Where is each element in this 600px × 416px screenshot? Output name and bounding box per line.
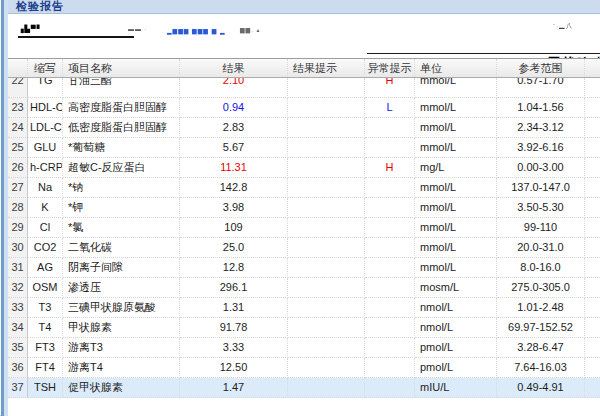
table-header-row: 缩写 项目名称 结果 结果提示 异常提示 单位 参考范围 xyxy=(8,58,600,78)
cell-result: 2.83 xyxy=(180,118,288,138)
cell-row-number: 24 xyxy=(8,118,28,138)
lab-report-window: 检验报告 ▗▙▀▘ ▬▬ · ▂▆▆▆ ▆▆▆ ▆ ▂ ▆▆. ▴ `·▂八 C… xyxy=(0,0,600,416)
table-row[interactable]: 36 FT4 游离T4 12.50 pmol/L 7.64-16.03 xyxy=(8,358,600,378)
cell-row-number: 30 xyxy=(8,238,28,258)
cell-abnormal-hint: L xyxy=(365,98,415,118)
cell-item-name: 超敏C-反应蛋白 xyxy=(63,158,180,178)
cell-result-hint xyxy=(288,318,365,338)
cell-row-number: 25 xyxy=(8,138,28,158)
table-body: 22 TG 甘油三酯 2.10 H mmol/L 0.57-1.70 23 HD… xyxy=(8,78,600,398)
cell-unit: nmol/L xyxy=(415,298,497,318)
cell-ref-range: 3.28-6.47 xyxy=(497,338,585,358)
cell-unit: mmol/L xyxy=(415,238,497,258)
header-unit: 单位 xyxy=(415,59,497,77)
table-row[interactable]: 28 K *钾 3.98 mmol/L 3.50-5.30 xyxy=(8,198,600,218)
cell-filler xyxy=(585,158,600,178)
cell-item-name: 促甲状腺素 xyxy=(63,378,180,398)
cell-ref-range: 69.97-152.52 xyxy=(497,318,585,338)
cell-row-number: 34 xyxy=(8,318,28,338)
cell-abbr: T4 xyxy=(28,318,63,338)
cell-result: 12.50 xyxy=(180,358,288,378)
cell-item-name: 高密度脂蛋白胆固醇 xyxy=(63,98,180,118)
cell-result-hint xyxy=(288,158,365,178)
tab-lab-report[interactable]: 检验报告 xyxy=(16,0,64,13)
cell-abbr: CO2 xyxy=(28,238,63,258)
cell-item-name: 甲状腺素 xyxy=(63,318,180,338)
cell-item-name: 二氧化碳 xyxy=(63,238,180,258)
cell-abbr: OSM xyxy=(28,278,63,298)
patient-name-redacted: ▗▙▀▘ xyxy=(18,25,43,33)
patient-field-redacted-2: ▂▆▆▆ ▆▆▆ ▆ ▂ xyxy=(167,27,226,34)
cell-result: 91.78 xyxy=(180,318,288,338)
cell-result: 109 xyxy=(180,218,288,238)
cell-ref-range: 8.0-16.0 xyxy=(497,258,585,278)
patient-field-redacted-3: ▆▆. ▴ xyxy=(240,26,261,33)
title-divider-line xyxy=(367,53,600,54)
cell-result: 142.8 xyxy=(180,178,288,198)
table-row[interactable]: 35 FT3 游离T3 3.33 pmol/L 3.28-6.47 xyxy=(8,338,600,358)
cell-filler xyxy=(585,198,600,218)
cell-unit: mmol/L xyxy=(415,78,497,98)
cell-filler xyxy=(585,218,600,238)
table-row[interactable]: 24 LDL-C 低密度脂蛋白胆固醇 2.83 mmol/L 2.34-3.12 xyxy=(8,118,600,138)
cell-result-hint xyxy=(288,178,365,198)
cell-filler xyxy=(585,278,600,298)
table-row[interactable]: 33 T3 三碘甲状腺原氨酸 1.31 nmol/L 1.01-2.48 xyxy=(8,298,600,318)
cell-result-hint xyxy=(288,118,365,138)
cell-item-name: 游离T4 xyxy=(63,358,180,378)
cell-row-number: 31 xyxy=(8,258,28,278)
cell-ref-range: 0.57-1.70 xyxy=(497,78,585,98)
cell-abbr: FT4 xyxy=(28,358,63,378)
table-row[interactable]: 25 GLU *葡萄糖 5.67 mmol/L 3.92-6.16 xyxy=(8,138,600,158)
cell-filler xyxy=(585,358,600,378)
cell-item-name: 阴离子间隙 xyxy=(63,258,180,278)
cell-unit: pmol/L xyxy=(415,358,497,378)
cell-unit: mmol/L xyxy=(415,258,497,278)
header-result-hint: 结果提示 xyxy=(288,59,365,77)
cell-unit: mmol/L xyxy=(415,138,497,158)
cell-result: 1.47 xyxy=(180,378,288,398)
cell-item-name: 渗透压 xyxy=(63,278,180,298)
cell-abbr: TG xyxy=(28,78,63,98)
cell-ref-range: 7.64-16.03 xyxy=(497,358,585,378)
cell-unit: mmol/L xyxy=(415,178,497,198)
cell-abnormal-hint xyxy=(365,358,415,378)
header-item-name: 项目名称 xyxy=(63,59,180,77)
table-row[interactable]: 30 CO2 二氧化碳 25.0 mmol/L 20.0-31.0 xyxy=(8,238,600,258)
cell-abnormal-hint xyxy=(365,378,415,398)
cell-abnormal-hint xyxy=(365,278,415,298)
table-row[interactable]: 37 TSH 促甲状腺素 1.47 mIU/L 0.49-4.91 xyxy=(8,378,600,398)
table-row[interactable]: 22 TG 甘油三酯 2.10 H mmol/L 0.57-1.70 xyxy=(8,78,600,98)
cell-item-name: *钠 xyxy=(63,178,180,198)
cell-result-hint xyxy=(288,258,365,278)
cell-filler xyxy=(585,258,600,278)
cell-item-name: *钾 xyxy=(63,198,180,218)
table-row[interactable]: 29 Cl *氯 109 mmol/L 99-110 xyxy=(8,218,600,238)
cell-result: 12.8 xyxy=(180,258,288,278)
table-row[interactable]: 26 h-CRP 超敏C-反应蛋白 11.31 H mg/L 0.00-3.00 xyxy=(8,158,600,178)
table-row[interactable]: 27 Na *钠 142.8 mmol/L 137.0-147.0 xyxy=(8,178,600,198)
cell-result: 11.31 xyxy=(180,158,288,178)
cell-result: 3.33 xyxy=(180,338,288,358)
cell-row-number: 28 xyxy=(8,198,28,218)
cell-result-hint xyxy=(288,198,365,218)
cell-filler xyxy=(585,238,600,258)
cell-abnormal-hint xyxy=(365,178,415,198)
table-row[interactable]: 23 HDL-C 高密度脂蛋白胆固醇 0.94 L mmol/L 1.04-1.… xyxy=(8,98,600,118)
cell-abnormal-hint xyxy=(365,298,415,318)
cell-abnormal-hint: H xyxy=(365,78,415,98)
cell-row-number: 32 xyxy=(8,278,28,298)
cell-row-number: 37 xyxy=(8,378,28,398)
cell-item-name: 三碘甲状腺原氨酸 xyxy=(63,298,180,318)
table-row[interactable]: 31 AG 阴离子间隙 12.8 mmol/L 8.0-16.0 xyxy=(8,258,600,278)
cell-filler xyxy=(585,138,600,158)
header-abbr: 缩写 xyxy=(28,59,63,77)
cell-abbr: AG xyxy=(28,258,63,278)
header-abnormal-hint: 异常提示 xyxy=(365,59,415,77)
cell-filler xyxy=(585,318,600,338)
table-row[interactable]: 34 T4 甲状腺素 91.78 nmol/L 69.97-152.52 xyxy=(8,318,600,338)
cell-result-hint xyxy=(288,278,365,298)
table-row[interactable]: 32 OSM 渗透压 296.1 mosm/L 275.0-305.0 xyxy=(8,278,600,298)
cell-item-name: 游离T3 xyxy=(63,338,180,358)
cell-abnormal-hint xyxy=(365,218,415,238)
